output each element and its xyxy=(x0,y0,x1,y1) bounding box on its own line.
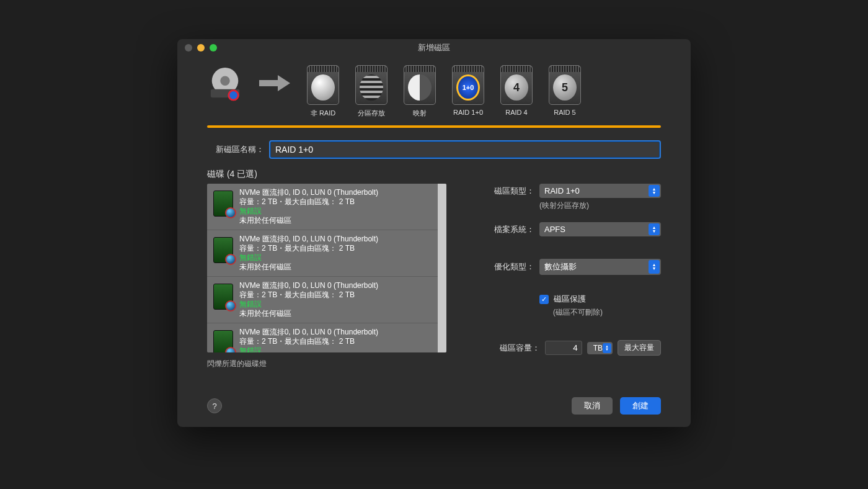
capacity-label: 磁區容量： xyxy=(500,343,540,354)
disk-icon xyxy=(213,330,233,352)
titlebar: 新增磁區 xyxy=(177,39,691,56)
minimize-icon[interactable] xyxy=(197,44,205,52)
disks-heading: 磁碟 (4 已選) xyxy=(207,169,661,180)
help-button[interactable]: ? xyxy=(207,398,222,413)
select-arrows-icon: ▲▼ xyxy=(649,223,660,235)
optimize-select[interactable]: 數位攝影 ▲▼ xyxy=(539,259,661,275)
disk-item[interactable]: NVMe 匯流排0, ID 0, LUN 0 (Thunderbolt)容量：2… xyxy=(207,277,438,323)
window-controls xyxy=(185,44,217,52)
disk-icon xyxy=(213,284,233,310)
raid-type-stripe[interactable]: 分區存放 xyxy=(355,65,388,118)
volume-type-select[interactable]: RAID 1+0 ▲▼ xyxy=(539,184,661,198)
create-button[interactable]: 創建 xyxy=(620,397,661,415)
disk-item[interactable]: NVMe 匯流排0, ID 0, LUN 0 (Thunderbolt)容量：2… xyxy=(207,230,438,277)
raid-type-mirror[interactable]: 映射 xyxy=(403,65,436,118)
disk-item[interactable]: NVMe 匯流排0, ID 0, LUN 0 (Thunderbolt)容量：2… xyxy=(207,184,438,230)
raid-type-r10[interactable]: 1+0RAID 1+0 xyxy=(451,65,485,118)
protect-sub: (磁區不可刪除) xyxy=(553,307,661,318)
disk-item[interactable]: NVMe 匯流排0, ID 0, LUN 0 (Thunderbolt)容量：2… xyxy=(207,323,438,352)
raid-type-r5[interactable]: 5RAID 5 xyxy=(548,65,582,118)
capacity-input[interactable] xyxy=(545,341,582,355)
maximize-icon[interactable] xyxy=(210,44,217,52)
select-arrows-icon: ▲▼ xyxy=(649,260,660,274)
volume-type-label: 磁區類型： xyxy=(484,186,534,197)
disk-icon xyxy=(213,237,233,263)
raid-type-row: 非 RAID分區存放映射1+0RAID 1+04RAID 45RAID 5 xyxy=(207,65,661,118)
disk-list[interactable]: NVMe 匯流排0, ID 0, LUN 0 (Thunderbolt)容量：2… xyxy=(207,184,446,352)
raid-type-r4[interactable]: 4RAID 4 xyxy=(500,65,533,118)
volume-type-sub: (映射分區存放) xyxy=(539,200,661,211)
filesystem-select[interactable]: APFS ▲▼ xyxy=(539,222,661,236)
arrow-icon xyxy=(258,74,291,92)
settings-form: 磁區類型： RAID 1+0 ▲▼ (映射分區存放) 檔案系統： APFS ▲▼ xyxy=(484,184,661,369)
optimize-label: 優化類型： xyxy=(484,261,534,272)
volume-name-label: 新磁區名稱： xyxy=(207,144,264,155)
select-arrows-icon: ▲▼ xyxy=(603,343,611,353)
capacity-unit-select[interactable]: TB ▲▼ xyxy=(587,342,613,354)
blink-hint[interactable]: 閃爍所選的磁碟燈 xyxy=(207,359,446,369)
protect-checkbox[interactable]: ✓ xyxy=(539,295,549,304)
protect-label: 磁區保護 xyxy=(554,294,586,305)
divider-bar xyxy=(207,125,661,128)
raid-type-nonraid[interactable]: 非 RAID xyxy=(306,65,340,118)
dialog-window: 新增磁區 非 RAID分區存放映射1+0RAID 1+04RAID 45RAID… xyxy=(177,39,691,427)
select-arrows-icon: ▲▼ xyxy=(649,185,660,197)
disk-icon xyxy=(213,191,233,217)
close-icon[interactable] xyxy=(185,44,192,52)
svg-point-1 xyxy=(220,76,229,85)
filesystem-label: 檔案系統： xyxy=(484,224,534,235)
window-title: 新增磁區 xyxy=(418,43,450,52)
volume-name-input[interactable] xyxy=(269,140,661,159)
max-capacity-button[interactable]: 最大容量 xyxy=(618,340,661,356)
source-disk-icon xyxy=(207,66,243,102)
cancel-button[interactable]: 取消 xyxy=(572,397,613,415)
svg-point-3 xyxy=(229,91,238,100)
